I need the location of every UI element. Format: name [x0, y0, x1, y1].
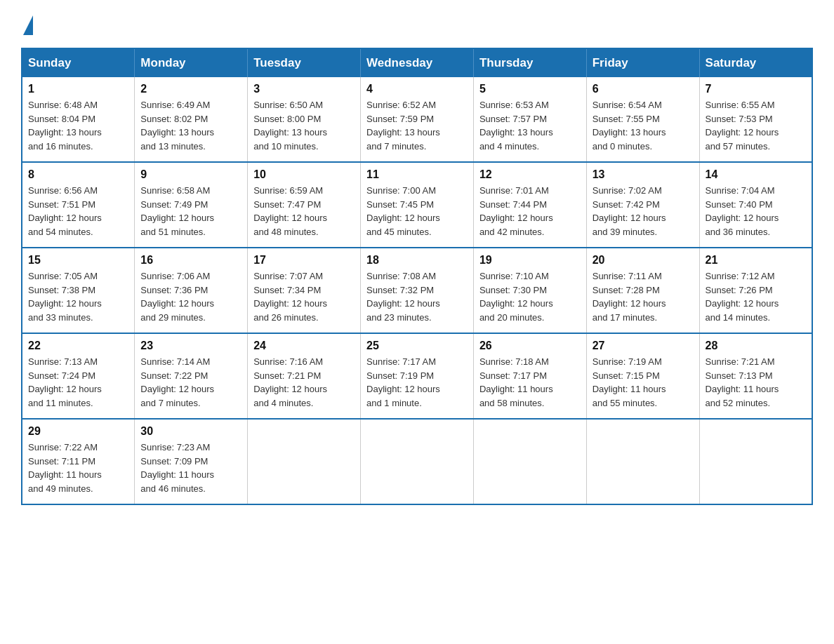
calendar-cell: 19 Sunrise: 7:10 AMSunset: 7:30 PMDaylig… — [473, 248, 586, 333]
day-number: 12 — [479, 168, 581, 181]
calendar-week-row: 1 Sunrise: 6:48 AMSunset: 8:04 PMDayligh… — [22, 77, 812, 162]
day-number: 24 — [253, 340, 355, 352]
day-of-week-header: Thursday — [473, 48, 586, 77]
calendar-cell: 20 Sunrise: 7:11 AMSunset: 7:28 PMDaylig… — [586, 248, 699, 333]
day-of-week-header: Wednesday — [361, 48, 474, 77]
calendar-header-row: SundayMondayTuesdayWednesdayThursdayFrid… — [22, 48, 812, 77]
day-info: Sunrise: 7:05 AMSunset: 7:38 PMDaylight:… — [28, 269, 128, 324]
calendar-cell — [361, 419, 474, 504]
day-number: 21 — [706, 254, 806, 267]
day-number: 13 — [593, 168, 694, 181]
day-number: 28 — [706, 340, 806, 352]
day-info: Sunrise: 7:08 AMSunset: 7:32 PMDaylight:… — [366, 269, 468, 324]
day-info: Sunrise: 6:55 AMSunset: 7:53 PMDaylight:… — [706, 98, 806, 153]
day-info: Sunrise: 7:18 AMSunset: 7:17 PMDaylight:… — [479, 355, 581, 410]
day-number: 5 — [479, 83, 581, 95]
day-info: Sunrise: 7:07 AMSunset: 7:34 PMDaylight:… — [253, 269, 355, 324]
day-number: 23 — [140, 340, 241, 352]
day-info: Sunrise: 7:19 AMSunset: 7:15 PMDaylight:… — [593, 355, 694, 410]
day-number: 17 — [253, 254, 355, 267]
calendar-cell: 13 Sunrise: 7:02 AMSunset: 7:42 PMDaylig… — [586, 162, 699, 248]
calendar-cell: 4 Sunrise: 6:52 AMSunset: 7:59 PMDayligh… — [361, 77, 474, 162]
day-of-week-header: Sunday — [22, 48, 135, 77]
day-info: Sunrise: 7:21 AMSunset: 7:13 PMDaylight:… — [706, 355, 806, 410]
calendar-cell: 9 Sunrise: 6:58 AMSunset: 7:49 PMDayligh… — [135, 162, 248, 248]
calendar-cell — [248, 419, 361, 504]
day-number: 15 — [28, 254, 128, 267]
day-info: Sunrise: 7:16 AMSunset: 7:21 PMDaylight:… — [253, 355, 355, 410]
day-info: Sunrise: 7:14 AMSunset: 7:22 PMDaylight:… — [140, 355, 241, 410]
day-number: 30 — [140, 425, 241, 438]
day-number: 11 — [366, 168, 468, 181]
day-number: 18 — [366, 254, 468, 267]
calendar-week-row: 22 Sunrise: 7:13 AMSunset: 7:24 PMDaylig… — [22, 333, 812, 419]
day-of-week-header: Monday — [135, 48, 248, 77]
calendar-cell: 15 Sunrise: 7:05 AMSunset: 7:38 PMDaylig… — [22, 248, 135, 333]
calendar-cell: 7 Sunrise: 6:55 AMSunset: 7:53 PMDayligh… — [699, 77, 812, 162]
day-of-week-header: Saturday — [699, 48, 812, 77]
calendar-table: SundayMondayTuesdayWednesdayThursdayFrid… — [21, 48, 813, 505]
day-number: 1 — [28, 83, 128, 95]
day-info: Sunrise: 7:04 AMSunset: 7:40 PMDaylight:… — [706, 184, 806, 239]
day-info: Sunrise: 7:22 AMSunset: 7:11 PMDaylight:… — [28, 441, 128, 495]
day-number: 9 — [140, 168, 241, 181]
calendar-cell: 16 Sunrise: 7:06 AMSunset: 7:36 PMDaylig… — [135, 248, 248, 333]
calendar-cell: 1 Sunrise: 6:48 AMSunset: 8:04 PMDayligh… — [22, 77, 135, 162]
day-info: Sunrise: 6:50 AMSunset: 8:00 PMDaylight:… — [253, 98, 355, 153]
day-info: Sunrise: 6:53 AMSunset: 7:57 PMDaylight:… — [479, 98, 581, 153]
calendar-cell: 29 Sunrise: 7:22 AMSunset: 7:11 PMDaylig… — [22, 419, 135, 504]
day-info: Sunrise: 7:12 AMSunset: 7:26 PMDaylight:… — [706, 269, 806, 324]
logo — [21, 14, 33, 35]
calendar-cell: 14 Sunrise: 7:04 AMSunset: 7:40 PMDaylig… — [699, 162, 812, 248]
calendar-cell — [586, 419, 699, 504]
day-info: Sunrise: 6:56 AMSunset: 7:51 PMDaylight:… — [28, 184, 128, 239]
calendar-cell: 24 Sunrise: 7:16 AMSunset: 7:21 PMDaylig… — [248, 333, 361, 419]
day-of-week-header: Tuesday — [248, 48, 361, 77]
day-number: 2 — [140, 83, 241, 95]
day-number: 8 — [28, 168, 128, 181]
calendar-cell: 10 Sunrise: 6:59 AMSunset: 7:47 PMDaylig… — [248, 162, 361, 248]
calendar-cell: 2 Sunrise: 6:49 AMSunset: 8:02 PMDayligh… — [135, 77, 248, 162]
day-info: Sunrise: 7:02 AMSunset: 7:42 PMDaylight:… — [593, 184, 694, 239]
day-number: 25 — [366, 340, 468, 352]
day-number: 10 — [253, 168, 355, 181]
calendar-week-row: 15 Sunrise: 7:05 AMSunset: 7:38 PMDaylig… — [22, 248, 812, 333]
calendar-cell: 27 Sunrise: 7:19 AMSunset: 7:15 PMDaylig… — [586, 333, 699, 419]
calendar-cell: 18 Sunrise: 7:08 AMSunset: 7:32 PMDaylig… — [361, 248, 474, 333]
calendar-cell: 26 Sunrise: 7:18 AMSunset: 7:17 PMDaylig… — [473, 333, 586, 419]
calendar-cell: 6 Sunrise: 6:54 AMSunset: 7:55 PMDayligh… — [586, 77, 699, 162]
calendar-cell: 28 Sunrise: 7:21 AMSunset: 7:13 PMDaylig… — [699, 333, 812, 419]
day-number: 3 — [253, 83, 355, 95]
calendar-cell: 30 Sunrise: 7:23 AMSunset: 7:09 PMDaylig… — [135, 419, 248, 504]
calendar-cell: 21 Sunrise: 7:12 AMSunset: 7:26 PMDaylig… — [699, 248, 812, 333]
calendar-cell — [473, 419, 586, 504]
day-info: Sunrise: 7:01 AMSunset: 7:44 PMDaylight:… — [479, 184, 581, 239]
day-number: 4 — [366, 83, 468, 95]
calendar-week-row: 8 Sunrise: 6:56 AMSunset: 7:51 PMDayligh… — [22, 162, 812, 248]
calendar-cell: 12 Sunrise: 7:01 AMSunset: 7:44 PMDaylig… — [473, 162, 586, 248]
calendar-cell: 8 Sunrise: 6:56 AMSunset: 7:51 PMDayligh… — [22, 162, 135, 248]
day-info: Sunrise: 6:54 AMSunset: 7:55 PMDaylight:… — [593, 98, 694, 153]
day-info: Sunrise: 7:10 AMSunset: 7:30 PMDaylight:… — [479, 269, 581, 324]
calendar-cell: 23 Sunrise: 7:14 AMSunset: 7:22 PMDaylig… — [135, 333, 248, 419]
day-info: Sunrise: 7:11 AMSunset: 7:28 PMDaylight:… — [593, 269, 694, 324]
day-info: Sunrise: 6:59 AMSunset: 7:47 PMDaylight:… — [253, 184, 355, 239]
calendar-week-row: 29 Sunrise: 7:22 AMSunset: 7:11 PMDaylig… — [22, 419, 812, 504]
day-number: 7 — [706, 83, 806, 95]
day-number: 29 — [28, 425, 128, 438]
day-number: 19 — [479, 254, 581, 267]
day-number: 6 — [593, 83, 694, 95]
day-number: 26 — [479, 340, 581, 352]
calendar-cell: 3 Sunrise: 6:50 AMSunset: 8:00 PMDayligh… — [248, 77, 361, 162]
day-number: 22 — [28, 340, 128, 352]
day-number: 16 — [140, 254, 241, 267]
day-number: 27 — [593, 340, 694, 352]
day-info: Sunrise: 7:06 AMSunset: 7:36 PMDaylight:… — [140, 269, 241, 324]
day-info: Sunrise: 6:49 AMSunset: 8:02 PMDaylight:… — [140, 98, 241, 153]
day-number: 20 — [593, 254, 694, 267]
calendar-cell: 22 Sunrise: 7:13 AMSunset: 7:24 PMDaylig… — [22, 333, 135, 419]
day-info: Sunrise: 6:52 AMSunset: 7:59 PMDaylight:… — [366, 98, 468, 153]
logo-triangle-icon — [23, 15, 33, 35]
calendar-cell: 11 Sunrise: 7:00 AMSunset: 7:45 PMDaylig… — [361, 162, 474, 248]
calendar-cell — [699, 419, 812, 504]
